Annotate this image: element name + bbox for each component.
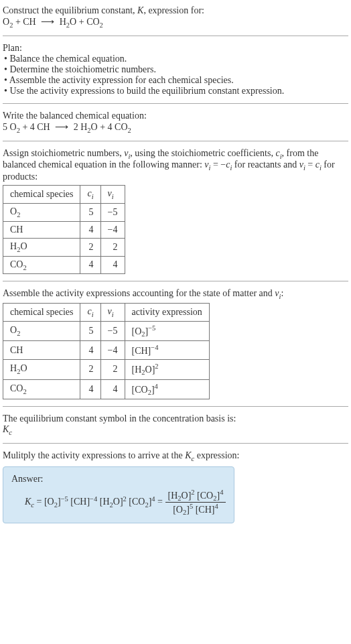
text: = − [210,159,226,170]
cell-species: CO2 [3,256,80,274]
sub-c: c [9,429,12,436]
symbol-value: Kc [3,424,348,436]
cell-expr: [CH]−4 [125,341,209,360]
text: [O [132,326,142,336]
text: [CH] [132,346,151,356]
text: H [10,241,17,251]
text: [H [132,365,142,375]
cell-expr: [H2O]2 [125,360,209,379]
answer-title: Answer: [11,474,226,485]
text: = [305,159,315,170]
cell-c: 4 [80,341,100,360]
balanced-title: Write the balanced chemical equation: [3,111,348,121]
arrow-icon: ⟶ [38,17,57,27]
balanced-section: Write the balanced chemical equation: 5 … [3,111,348,134]
text: O [10,206,17,216]
sup: 4 [155,383,158,390]
k: K [3,424,9,434]
cell-species: CH [3,341,80,360]
activity-section: Assemble the activity expressions accoun… [3,288,348,399]
plan-item: Assemble the activity expression for eac… [4,75,348,86]
text: [O [173,505,183,515]
eq-term: + 4 CO [98,122,128,132]
text: [CO [195,490,214,500]
col-ci: ci [80,186,100,204]
plan-item: Use the activity expressions to build th… [4,86,348,96]
sub: 2 [23,263,26,271]
eq-term: O [91,122,98,132]
eq-plus: + [13,17,23,27]
text: expression: [194,450,239,460]
plan-item: Determine the stoichiometric numbers. [4,64,348,75]
answer-equation: Kc = [O2]−5 [CH]−4 [H2O]2 [CO2]4 = [H2O]… [25,489,226,517]
cell-c: 4 [80,221,100,238]
text: O] [182,490,192,500]
table-row: H2O 2 2 [3,238,125,256]
k-symbol: K [137,5,143,15]
cell-c: 4 [80,256,100,274]
divider [3,141,348,141]
cell-c: 2 [80,360,100,379]
text: , using the stoichiometric coefficients, [130,148,275,158]
cell-species: O2 [3,203,80,221]
cell-nu: 2 [100,238,125,256]
sub: 2 [17,330,20,337]
eq-h: H [60,17,66,27]
cell-nu: 4 [100,379,125,399]
cell-expr: [CO2]4 [125,379,209,399]
text: O [20,241,27,251]
divider [3,443,348,444]
sub-i: i [112,193,114,200]
sup: 4 [220,489,223,496]
cell-species: CH [3,221,80,238]
divider [3,36,348,36]
divider [3,281,348,281]
cell-c: 4 [80,379,100,399]
eq-ch: CH [23,17,36,27]
cell-c: 5 [80,321,100,340]
table-row: CO2 4 4 [CO2]4 [3,379,210,399]
symbol-section: The equilibrium constant symbol in the c… [3,413,348,436]
eq-sub: 2 [128,127,131,134]
stoich-section: Assign stoichiometric numbers, νi, using… [3,148,348,275]
col-ci: ci [80,304,100,322]
text: H [10,363,17,373]
cell-species: O2 [3,321,80,340]
table-row: O2 5 −5 [O2]−5 [3,321,210,340]
sub-i: i [112,311,114,318]
table-row: CH 4 −4 [3,221,125,238]
intro-equation: O2 + CH ⟶ H2O + CO2 [3,16,348,29]
text: [O [44,497,54,507]
sub-i: i [92,193,94,200]
text: Assemble the activity expressions accoun… [3,288,275,298]
text: [CH] [193,505,214,515]
text: for reactants and [232,159,299,170]
k: K [185,450,191,460]
text: CO [10,383,23,393]
plan-list: Balance the chemical equation. Determine… [4,54,348,96]
table-row: CO2 4 4 [3,256,125,274]
cell-c: 2 [80,238,100,256]
cell-species: H2O [3,238,80,256]
fraction: [H2O]2 [CO2]4[O2]5 [CH]4 [165,489,226,517]
sup: −5 [61,495,68,502]
sup: −5 [148,324,155,332]
sub-i: i [92,311,94,318]
text: O [10,325,17,335]
table-row: CH 4 −4 [CH]−4 [3,341,210,360]
sub: 2 [23,388,26,395]
col-nui: νi [100,304,125,322]
sup: −4 [90,495,97,502]
cell-species: CO2 [3,379,80,399]
sup: 4 [214,503,218,510]
plan-section: Plan: Balance the chemical equation. Det… [3,43,348,96]
sup: 2 [155,363,158,370]
text: O] [113,497,123,507]
col-expr: activity expression [125,304,209,322]
cell-species: H2O [3,360,80,379]
table-header: chemical species ci νi [3,186,125,204]
numerator: [H2O]2 [CO2]4 [165,489,226,503]
eq-co: CO [86,17,99,27]
plan-item: Balance the chemical equation. [4,54,348,64]
eq-o: O [3,17,9,27]
